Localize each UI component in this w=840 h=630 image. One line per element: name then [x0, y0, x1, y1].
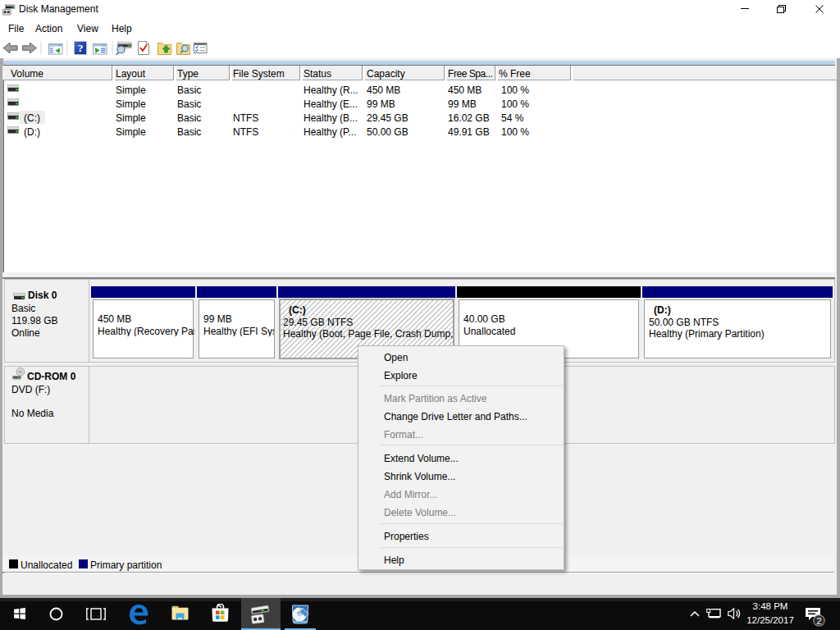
svg-text:?: ? [78, 42, 84, 54]
svg-text:2: 2 [816, 616, 821, 626]
